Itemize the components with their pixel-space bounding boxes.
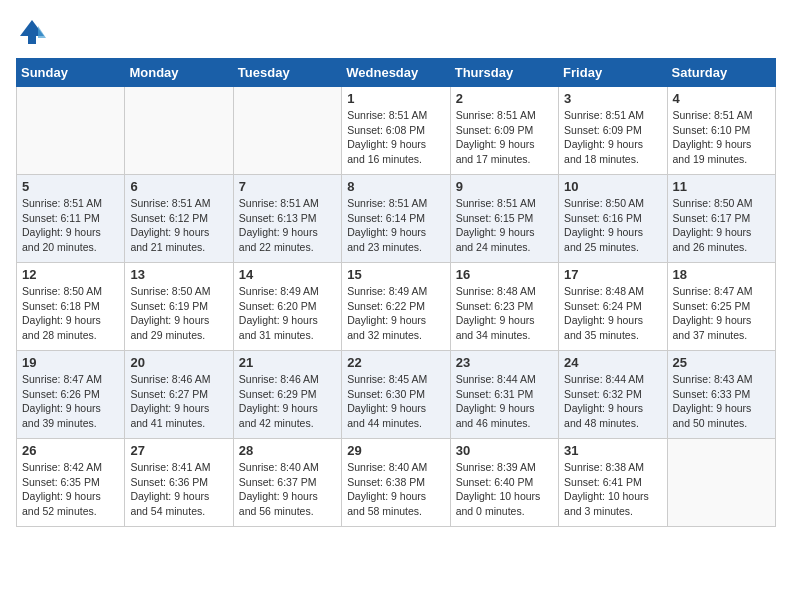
calendar-cell: 9Sunrise: 8:51 AM Sunset: 6:15 PM Daylig… <box>450 175 558 263</box>
calendar-cell: 28Sunrise: 8:40 AM Sunset: 6:37 PM Dayli… <box>233 439 341 527</box>
calendar-cell: 13Sunrise: 8:50 AM Sunset: 6:19 PM Dayli… <box>125 263 233 351</box>
day-info: Sunrise: 8:51 AM Sunset: 6:08 PM Dayligh… <box>347 108 444 167</box>
calendar-cell: 6Sunrise: 8:51 AM Sunset: 6:12 PM Daylig… <box>125 175 233 263</box>
calendar-cell: 24Sunrise: 8:44 AM Sunset: 6:32 PM Dayli… <box>559 351 667 439</box>
day-number: 26 <box>22 443 119 458</box>
day-info: Sunrise: 8:39 AM Sunset: 6:40 PM Dayligh… <box>456 460 553 519</box>
calendar-cell: 12Sunrise: 8:50 AM Sunset: 6:18 PM Dayli… <box>17 263 125 351</box>
day-number: 8 <box>347 179 444 194</box>
day-info: Sunrise: 8:42 AM Sunset: 6:35 PM Dayligh… <box>22 460 119 519</box>
calendar-cell: 1Sunrise: 8:51 AM Sunset: 6:08 PM Daylig… <box>342 87 450 175</box>
day-info: Sunrise: 8:40 AM Sunset: 6:37 PM Dayligh… <box>239 460 336 519</box>
day-info: Sunrise: 8:44 AM Sunset: 6:32 PM Dayligh… <box>564 372 661 431</box>
day-number: 28 <box>239 443 336 458</box>
week-row-5: 26Sunrise: 8:42 AM Sunset: 6:35 PM Dayli… <box>17 439 776 527</box>
calendar-cell: 25Sunrise: 8:43 AM Sunset: 6:33 PM Dayli… <box>667 351 775 439</box>
day-number: 20 <box>130 355 227 370</box>
day-number: 24 <box>564 355 661 370</box>
day-info: Sunrise: 8:51 AM Sunset: 6:12 PM Dayligh… <box>130 196 227 255</box>
day-number: 27 <box>130 443 227 458</box>
calendar-cell <box>233 87 341 175</box>
day-info: Sunrise: 8:47 AM Sunset: 6:26 PM Dayligh… <box>22 372 119 431</box>
calendar-cell <box>125 87 233 175</box>
day-number: 3 <box>564 91 661 106</box>
calendar-cell: 18Sunrise: 8:47 AM Sunset: 6:25 PM Dayli… <box>667 263 775 351</box>
calendar-cell: 5Sunrise: 8:51 AM Sunset: 6:11 PM Daylig… <box>17 175 125 263</box>
weekday-header-row: SundayMondayTuesdayWednesdayThursdayFrid… <box>17 59 776 87</box>
day-number: 23 <box>456 355 553 370</box>
calendar-cell: 22Sunrise: 8:45 AM Sunset: 6:30 PM Dayli… <box>342 351 450 439</box>
calendar-cell: 4Sunrise: 8:51 AM Sunset: 6:10 PM Daylig… <box>667 87 775 175</box>
week-row-1: 1Sunrise: 8:51 AM Sunset: 6:08 PM Daylig… <box>17 87 776 175</box>
weekday-header-tuesday: Tuesday <box>233 59 341 87</box>
day-info: Sunrise: 8:47 AM Sunset: 6:25 PM Dayligh… <box>673 284 770 343</box>
calendar-cell: 10Sunrise: 8:50 AM Sunset: 6:16 PM Dayli… <box>559 175 667 263</box>
week-row-4: 19Sunrise: 8:47 AM Sunset: 6:26 PM Dayli… <box>17 351 776 439</box>
calendar-cell: 17Sunrise: 8:48 AM Sunset: 6:24 PM Dayli… <box>559 263 667 351</box>
day-info: Sunrise: 8:44 AM Sunset: 6:31 PM Dayligh… <box>456 372 553 431</box>
day-number: 6 <box>130 179 227 194</box>
day-number: 10 <box>564 179 661 194</box>
day-number: 17 <box>564 267 661 282</box>
day-info: Sunrise: 8:46 AM Sunset: 6:27 PM Dayligh… <box>130 372 227 431</box>
day-info: Sunrise: 8:51 AM Sunset: 6:11 PM Dayligh… <box>22 196 119 255</box>
calendar-cell: 20Sunrise: 8:46 AM Sunset: 6:27 PM Dayli… <box>125 351 233 439</box>
day-info: Sunrise: 8:43 AM Sunset: 6:33 PM Dayligh… <box>673 372 770 431</box>
day-number: 18 <box>673 267 770 282</box>
day-info: Sunrise: 8:38 AM Sunset: 6:41 PM Dayligh… <box>564 460 661 519</box>
day-info: Sunrise: 8:51 AM Sunset: 6:09 PM Dayligh… <box>564 108 661 167</box>
day-info: Sunrise: 8:50 AM Sunset: 6:18 PM Dayligh… <box>22 284 119 343</box>
day-info: Sunrise: 8:48 AM Sunset: 6:24 PM Dayligh… <box>564 284 661 343</box>
day-info: Sunrise: 8:45 AM Sunset: 6:30 PM Dayligh… <box>347 372 444 431</box>
day-info: Sunrise: 8:41 AM Sunset: 6:36 PM Dayligh… <box>130 460 227 519</box>
calendar-cell: 14Sunrise: 8:49 AM Sunset: 6:20 PM Dayli… <box>233 263 341 351</box>
calendar-cell: 7Sunrise: 8:51 AM Sunset: 6:13 PM Daylig… <box>233 175 341 263</box>
calendar-cell: 29Sunrise: 8:40 AM Sunset: 6:38 PM Dayli… <box>342 439 450 527</box>
day-number: 13 <box>130 267 227 282</box>
weekday-header-monday: Monday <box>125 59 233 87</box>
calendar-cell: 27Sunrise: 8:41 AM Sunset: 6:36 PM Dayli… <box>125 439 233 527</box>
calendar-cell: 8Sunrise: 8:51 AM Sunset: 6:14 PM Daylig… <box>342 175 450 263</box>
calendar-cell <box>667 439 775 527</box>
day-info: Sunrise: 8:51 AM Sunset: 6:15 PM Dayligh… <box>456 196 553 255</box>
svg-marker-1 <box>38 26 46 38</box>
day-number: 29 <box>347 443 444 458</box>
day-number: 16 <box>456 267 553 282</box>
calendar-cell: 15Sunrise: 8:49 AM Sunset: 6:22 PM Dayli… <box>342 263 450 351</box>
day-number: 2 <box>456 91 553 106</box>
day-info: Sunrise: 8:51 AM Sunset: 6:14 PM Dayligh… <box>347 196 444 255</box>
day-number: 19 <box>22 355 119 370</box>
calendar-cell: 26Sunrise: 8:42 AM Sunset: 6:35 PM Dayli… <box>17 439 125 527</box>
calendar-cell: 23Sunrise: 8:44 AM Sunset: 6:31 PM Dayli… <box>450 351 558 439</box>
day-number: 14 <box>239 267 336 282</box>
calendar-cell: 31Sunrise: 8:38 AM Sunset: 6:41 PM Dayli… <box>559 439 667 527</box>
calendar-cell: 16Sunrise: 8:48 AM Sunset: 6:23 PM Dayli… <box>450 263 558 351</box>
day-info: Sunrise: 8:40 AM Sunset: 6:38 PM Dayligh… <box>347 460 444 519</box>
day-info: Sunrise: 8:50 AM Sunset: 6:16 PM Dayligh… <box>564 196 661 255</box>
calendar-table: SundayMondayTuesdayWednesdayThursdayFrid… <box>16 58 776 527</box>
calendar-cell: 3Sunrise: 8:51 AM Sunset: 6:09 PM Daylig… <box>559 87 667 175</box>
day-info: Sunrise: 8:48 AM Sunset: 6:23 PM Dayligh… <box>456 284 553 343</box>
calendar-cell: 2Sunrise: 8:51 AM Sunset: 6:09 PM Daylig… <box>450 87 558 175</box>
day-number: 22 <box>347 355 444 370</box>
day-info: Sunrise: 8:49 AM Sunset: 6:22 PM Dayligh… <box>347 284 444 343</box>
weekday-header-wednesday: Wednesday <box>342 59 450 87</box>
day-number: 30 <box>456 443 553 458</box>
day-number: 7 <box>239 179 336 194</box>
calendar-cell: 30Sunrise: 8:39 AM Sunset: 6:40 PM Dayli… <box>450 439 558 527</box>
day-info: Sunrise: 8:49 AM Sunset: 6:20 PM Dayligh… <box>239 284 336 343</box>
day-info: Sunrise: 8:50 AM Sunset: 6:19 PM Dayligh… <box>130 284 227 343</box>
logo-icon <box>16 16 48 48</box>
day-number: 21 <box>239 355 336 370</box>
day-number: 25 <box>673 355 770 370</box>
day-number: 31 <box>564 443 661 458</box>
week-row-2: 5Sunrise: 8:51 AM Sunset: 6:11 PM Daylig… <box>17 175 776 263</box>
day-number: 12 <box>22 267 119 282</box>
day-info: Sunrise: 8:46 AM Sunset: 6:29 PM Dayligh… <box>239 372 336 431</box>
logo <box>16 16 52 48</box>
day-number: 9 <box>456 179 553 194</box>
calendar-cell: 19Sunrise: 8:47 AM Sunset: 6:26 PM Dayli… <box>17 351 125 439</box>
day-number: 4 <box>673 91 770 106</box>
day-number: 11 <box>673 179 770 194</box>
calendar-cell: 21Sunrise: 8:46 AM Sunset: 6:29 PM Dayli… <box>233 351 341 439</box>
